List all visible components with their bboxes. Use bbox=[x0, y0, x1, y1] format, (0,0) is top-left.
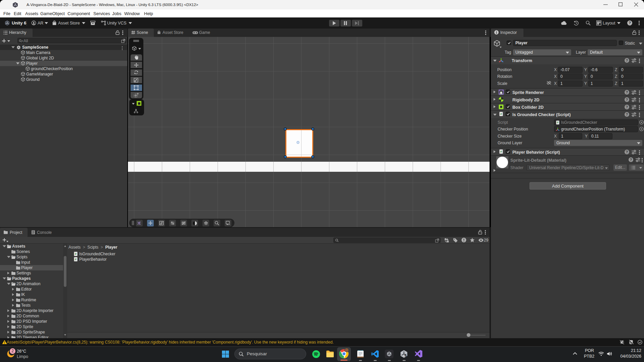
svg-text:?: ? bbox=[626, 112, 628, 116]
svg-text:?: ? bbox=[626, 150, 628, 154]
svg-text:?: ? bbox=[626, 98, 628, 102]
svg-text:?: ? bbox=[629, 21, 631, 25]
svg-text:?: ? bbox=[626, 90, 628, 94]
svg-text:?: ? bbox=[626, 58, 628, 62]
svg-text:?: ? bbox=[630, 158, 632, 162]
svg-text:?: ? bbox=[626, 105, 628, 109]
